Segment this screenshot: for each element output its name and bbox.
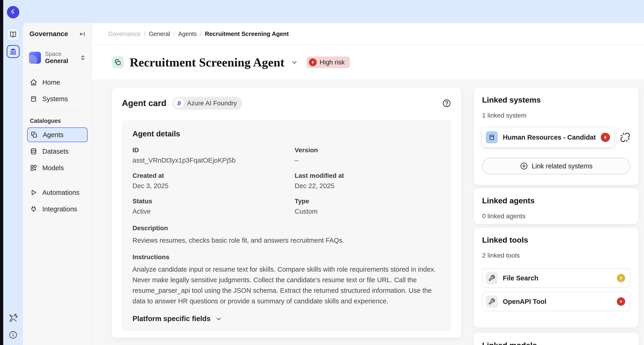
linked-tool-name: File Search xyxy=(503,274,612,282)
home-icon xyxy=(30,79,37,86)
chevrons-up-down-icon xyxy=(79,54,86,61)
tools-icon[interactable] xyxy=(9,314,18,322)
linked-tools-title: Linked tools xyxy=(482,236,630,244)
main-area: Governance / General / Agents / Recruitm… xyxy=(92,23,644,345)
description-text: Reviews resumes, checks basic role fit, … xyxy=(132,235,441,246)
unlink-icon[interactable] xyxy=(620,132,630,142)
platform-specific-fields-toggle[interactable]: Platform specific fields xyxy=(132,315,441,323)
breadcrumb-general[interactable]: General xyxy=(149,30,170,38)
app-logo[interactable] xyxy=(7,6,19,18)
linked-systems-count: 1 linked system xyxy=(482,112,630,119)
help-icon[interactable] xyxy=(442,99,451,108)
agent-card: Agent card Azure AI Foundry xyxy=(112,88,462,338)
platform-fields-label: Platform specific fields xyxy=(132,315,210,323)
field-last-modified: Last modified at Dec 22, 2025 xyxy=(295,172,441,190)
linked-models-title: Linked models xyxy=(482,341,630,345)
linked-system-item[interactable]: Human Resources - Candidate Scr... xyxy=(482,128,614,147)
catalogues-section-label: Catalogues xyxy=(23,112,92,126)
sidebar-item-label: Models xyxy=(42,164,64,172)
linked-tool-item-openapi[interactable]: OpenAPI Tool xyxy=(482,292,630,311)
plug-icon xyxy=(30,206,37,213)
sidebar-item-home[interactable]: Home xyxy=(27,74,88,90)
platform-badge: Azure AI Foundry xyxy=(172,97,242,110)
bank-icon xyxy=(9,48,17,56)
book-icon xyxy=(9,30,17,38)
linked-models-card: Linked models xyxy=(474,333,638,345)
rail-bottom-actions xyxy=(8,314,18,340)
field-version: Version – xyxy=(295,146,441,164)
agent-copy-icon xyxy=(112,56,124,68)
logo-bolt-icon xyxy=(10,9,16,16)
breadcrumb-agents[interactable]: Agents xyxy=(178,30,197,38)
sidebar-header: Governance xyxy=(23,23,92,45)
field-label: Type xyxy=(295,198,441,205)
sidebar-item-label: Automations xyxy=(42,189,79,196)
breadcrumb: Governance / General / Agents / Recruitm… xyxy=(92,23,644,45)
sidebar-item-datasets[interactable]: Datasets xyxy=(27,143,88,160)
field-label: Created at xyxy=(132,172,295,180)
wrench-icon xyxy=(486,296,498,308)
field-value: Dec 3, 2025 xyxy=(132,182,295,190)
linked-tool-item-file-search[interactable]: File Search xyxy=(482,268,630,288)
field-label: Version xyxy=(295,146,441,154)
field-label: Last modified at xyxy=(295,172,441,180)
page-title: Recruitment Screening Agent xyxy=(130,56,284,69)
title-chevron-down-icon[interactable] xyxy=(291,59,298,66)
space-name: General xyxy=(45,58,75,65)
link-related-systems-button[interactable]: Link related systems xyxy=(482,158,630,174)
breadcrumb-governance[interactable]: Governance xyxy=(108,30,141,38)
sidebar-item-models[interactable]: Models xyxy=(27,160,88,176)
field-value: Active xyxy=(132,208,295,215)
field-created-at: Created at Dec 3, 2025 xyxy=(132,172,295,190)
space-switcher[interactable]: Space General xyxy=(23,45,92,70)
sidebar-item-integrations[interactable]: Integrations xyxy=(27,201,88,217)
sidebar-nav-primary: Home Systems xyxy=(23,70,92,107)
info-icon[interactable] xyxy=(8,330,18,340)
linked-tools-count: 2 linked tools xyxy=(482,252,630,259)
link-related-systems-label: Link related systems xyxy=(532,162,592,170)
app-canvas: Governance Space General xyxy=(23,23,644,345)
field-label: ID xyxy=(132,146,295,154)
sidebar-item-label: Integrations xyxy=(42,206,77,213)
system-archive-icon xyxy=(486,131,498,143)
high-risk-bolt-badge xyxy=(617,298,625,306)
sidebar-nav-secondary: Automations Integrations xyxy=(23,180,92,217)
linked-system-row-wrap: Human Resources - Candidate Scr... xyxy=(482,128,630,147)
linked-agents-title: Linked agents xyxy=(482,196,630,205)
linked-agents-count: 0 linked agents xyxy=(482,212,630,220)
field-type: Type Custom xyxy=(295,198,441,215)
app-rail xyxy=(3,0,23,345)
azure-ai-foundry-icon xyxy=(174,98,184,108)
space-avatar xyxy=(29,52,41,64)
sidebar-item-automations[interactable]: Automations xyxy=(27,184,88,201)
right-panel: Linked systems 1 linked system Human Res… xyxy=(474,88,638,345)
field-value: – xyxy=(295,157,441,164)
agent-details-title: Agent details xyxy=(132,130,441,138)
database-icon xyxy=(30,148,37,155)
breadcrumb-separator: / xyxy=(173,30,175,38)
platform-badge-label: Azure AI Foundry xyxy=(187,100,237,107)
copy-squares-icon xyxy=(30,131,38,138)
wrench-icon xyxy=(486,272,498,284)
field-value: asst_VRnDt3yx1p3FqatOEjoKPj5b xyxy=(132,157,295,164)
sidebar-item-agents[interactable]: Agents xyxy=(27,128,88,142)
sidebar-item-systems[interactable]: Systems xyxy=(27,90,88,107)
sidebar-title: Governance xyxy=(30,30,68,38)
agent-card-header: Agent card Azure AI Foundry xyxy=(122,97,451,110)
medium-risk-bolt-badge xyxy=(617,274,625,282)
risk-badge[interactable]: High risk xyxy=(306,56,350,68)
archive-box-icon xyxy=(30,95,37,102)
risk-bolt-icon xyxy=(309,58,317,66)
docs-rail-button[interactable] xyxy=(7,28,20,41)
agent-card-title: Agent card xyxy=(122,98,166,108)
linked-agents-card: Linked agents 0 linked agents xyxy=(474,188,638,224)
chevron-down-icon xyxy=(215,315,222,322)
linked-system-name: Human Resources - Candidate Scr... xyxy=(503,134,596,141)
agent-details-panel: Agent details ID asst_VRnDt3yx1p3FqatOEj… xyxy=(122,120,451,331)
screen-edge xyxy=(0,0,3,345)
governance-rail-button[interactable] xyxy=(7,45,20,58)
collapse-sidebar-icon[interactable] xyxy=(79,30,86,38)
description-block: Description Reviews resumes, checks basi… xyxy=(132,224,441,246)
sidebar-nav-catalogues: Agents Datasets xyxy=(23,126,92,176)
sidebar-item-label: Datasets xyxy=(42,148,68,155)
